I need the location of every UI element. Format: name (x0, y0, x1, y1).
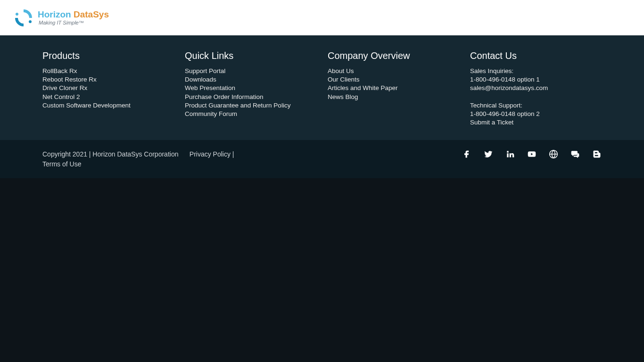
footer-col-quicklinks: Quick Links Support Portal Downloads Web… (185, 50, 328, 127)
sales-label: Sales Inquiries: (470, 67, 602, 75)
footer-heading-company: Company Overview (328, 50, 470, 61)
list-item[interactable]: Articles and White Paper (328, 84, 470, 92)
chat-icon[interactable] (570, 149, 580, 159)
footer-heading-contact: Contact Us (470, 50, 602, 61)
footer-col-company: Company Overview About Us Our Clients Ar… (328, 50, 470, 127)
footer-heading-products: Products (42, 50, 185, 61)
logo-tagline: Making IT Simple™ (39, 20, 109, 25)
copyright-text: Copyright 2021 | Horizon DataSys Corpora… (42, 150, 178, 158)
footer: Products RollBack Rx Reboot Restore Rx D… (0, 35, 644, 140)
logo-text: Horizon DataSys Making IT Simple™ (38, 10, 109, 25)
list-item[interactable]: Drive Cloner Rx (42, 84, 185, 92)
list-item[interactable]: Custom Software Development (42, 101, 185, 110)
youtube-icon[interactable] (527, 149, 537, 159)
svg-point-1 (29, 20, 32, 23)
list-item[interactable]: News Blog (328, 93, 470, 101)
list-item[interactable]: Web Presentation (185, 84, 328, 92)
submit-ticket-link[interactable]: Submit a Ticket (470, 118, 602, 127)
terms-link[interactable]: Terms of Use (42, 160, 81, 168)
logo-icon (13, 8, 34, 28)
svg-point-0 (16, 13, 18, 16)
list-item[interactable]: Purchase Order Information (185, 93, 328, 101)
list-item[interactable]: Downloads (185, 75, 328, 84)
globe-icon[interactable] (549, 149, 558, 159)
list-item[interactable]: Support Portal (185, 67, 328, 75)
list-item[interactable]: Our Clients (328, 75, 470, 84)
linkedin-icon[interactable] (505, 149, 515, 159)
list-item[interactable]: RollBack Rx (42, 67, 185, 75)
list-item[interactable]: Reboot Restore Rx (42, 75, 185, 84)
footer-col-contact: Contact Us Sales Inquiries: 1-800-496-01… (470, 50, 602, 127)
site-header: Horizon DataSys Making IT Simple™ (0, 0, 644, 35)
list-item[interactable]: Product Guarantee and Return Policy (185, 101, 328, 110)
list-item[interactable]: Net Control 2 (42, 93, 185, 101)
support-phone[interactable]: 1-800-496-0148 option 2 (470, 110, 602, 118)
twitter-icon[interactable] (484, 149, 493, 159)
footer-heading-quicklinks: Quick Links (185, 50, 328, 61)
list-item[interactable]: Community Forum (185, 110, 328, 118)
quicklinks-list: Support Portal Downloads Web Presentatio… (185, 67, 328, 118)
logo-name-part1: Horizon (38, 9, 74, 19)
privacy-link[interactable]: Privacy Policy (190, 150, 231, 158)
logo[interactable]: Horizon DataSys Making IT Simple™ (13, 8, 109, 28)
logo-name-part2: DataSys (74, 9, 109, 19)
products-list: RollBack Rx Reboot Restore Rx Drive Clon… (42, 67, 185, 110)
list-item[interactable]: About Us (328, 67, 470, 75)
bottom-bar: Copyright 2021 | Horizon DataSys Corpora… (0, 140, 644, 178)
blog-icon[interactable] (592, 149, 602, 159)
sales-phone[interactable]: 1-800-496-0148 option 1 (470, 75, 602, 84)
support-label: Technical Support: (470, 101, 602, 110)
copyright: Copyright 2021 | Horizon DataSys Corpora… (42, 149, 234, 169)
social-icons (462, 149, 602, 159)
sales-email[interactable]: sales@horizondatasys.com (470, 84, 602, 92)
facebook-icon[interactable] (462, 149, 471, 159)
footer-col-products: Products RollBack Rx Reboot Restore Rx D… (42, 50, 185, 127)
sep: | (231, 150, 234, 158)
company-list: About Us Our Clients Articles and White … (328, 67, 470, 101)
